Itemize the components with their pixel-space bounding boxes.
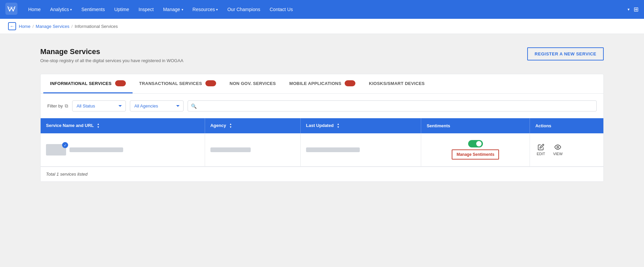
agency-filter[interactable]: All Agencies (130, 100, 184, 112)
search-icon: 🔍 (191, 103, 197, 109)
services-table: Service Name and URL ▲▼ Agency ▲▼ Last U… (41, 118, 603, 167)
tab-informational-label: INFORMATIONAL SERVICES (50, 81, 112, 86)
table-footer: Total 1 services listed (41, 167, 603, 181)
col-header-last-updated: Last Updated ▲▼ (300, 118, 421, 133)
navbar-dropdown-icon[interactable]: ▾ (628, 7, 630, 12)
sort-agency-icon[interactable]: ▲▼ (229, 123, 232, 129)
page-header: Manage Services One-stop registry of all… (40, 47, 604, 63)
nav-home[interactable]: Home (24, 4, 45, 15)
view-button[interactable]: VIEW (552, 142, 564, 157)
svg-point-1 (557, 146, 559, 148)
breadcrumb-sep-1: / (33, 24, 34, 29)
col-header-sentiments: Sentiments (421, 118, 530, 133)
nav-analytics[interactable]: Analytics ▾ (46, 4, 76, 15)
tab-transactional-badge (205, 80, 216, 86)
service-check-icon: ✓ (62, 142, 68, 148)
nav-inspect[interactable]: Inspect (135, 4, 158, 15)
sentiments-cell: Manage Sentiments (421, 133, 530, 167)
sentiment-toggle-slider (468, 140, 483, 147)
search-input[interactable] (188, 100, 597, 112)
tab-kiosks-label: KIOSKS/SMART DEVICES (369, 81, 425, 86)
nav-resources[interactable]: Resources ▾ (189, 4, 222, 15)
filter-label: Filter by ⧉ (47, 103, 68, 109)
logo[interactable] (5, 3, 17, 16)
table-header: Service Name and URL ▲▼ Agency ▲▼ Last U… (41, 118, 603, 133)
breadcrumb-current: Informational Services (75, 24, 118, 29)
tab-transactional-services[interactable]: TRANSACTIONAL SERVICES (133, 74, 223, 93)
back-button[interactable]: ← (8, 22, 16, 30)
filter-icon: ⧉ (65, 103, 68, 109)
filter-bar: Filter by ⧉ All Status All Agencies 🔍 (41, 94, 603, 118)
sort-service-name-icon[interactable]: ▲▼ (97, 123, 100, 129)
breadcrumb-bar: ← Home / Manage Services / Informational… (0, 19, 644, 34)
nav-manage[interactable]: Manage ▾ (159, 4, 187, 15)
search-wrapper: 🔍 (188, 100, 597, 112)
total-services-text: Total 1 services listed (46, 172, 88, 177)
nav-uptime[interactable]: Uptime (110, 4, 133, 15)
analytics-chevron-icon: ▾ (70, 8, 72, 11)
sort-last-updated-icon[interactable]: ▲▼ (337, 123, 340, 129)
status-filter[interactable]: All Status (72, 100, 126, 112)
filter-text: Filter by (47, 103, 63, 108)
tab-informational-services[interactable]: INFORMATIONAL SERVICES (43, 74, 133, 93)
tabs-header: INFORMATIONAL SERVICES TRANSACTIONAL SER… (41, 74, 603, 94)
manage-chevron-icon: ▾ (182, 8, 183, 11)
tab-informational-badge (115, 80, 126, 86)
agency-cell (205, 133, 300, 167)
view-icon (554, 144, 561, 150)
last-updated-cell (300, 133, 421, 167)
service-thumbnail: ✓ (46, 144, 66, 155)
resources-chevron-icon: ▾ (216, 8, 218, 11)
last-updated-redacted (306, 147, 360, 152)
nav-items: Home Analytics ▾ Sentiments Uptime Inspe… (24, 4, 626, 15)
sentiments-content: Manage Sentiments (427, 140, 524, 160)
service-name-redacted (69, 147, 123, 152)
edit-label: EDIT (537, 152, 545, 156)
tab-transactional-label: TRANSACTIONAL SERVICES (139, 81, 202, 86)
tab-non-gov-services[interactable]: NON GOV. SERVICES (223, 74, 283, 93)
actions-cell: EDIT VIEW (530, 133, 603, 167)
breadcrumb-manage-services-link[interactable]: Manage Services (36, 24, 69, 29)
back-arrow-icon: ← (10, 24, 14, 29)
sentiment-toggle[interactable] (468, 140, 483, 147)
register-new-service-button[interactable]: REGISTER A NEW SERVICE (527, 47, 604, 60)
navbar-right: ▾ ⊞ (626, 6, 639, 13)
main-content: Manage Services One-stop registry of all… (0, 34, 644, 195)
tab-mobile-badge (345, 80, 355, 86)
svg-rect-0 (5, 3, 17, 15)
manage-sentiments-button[interactable]: Manage Sentiments (452, 149, 499, 160)
nav-sentiments[interactable]: Sentiments (77, 4, 109, 15)
page-description: One-stop registry of all the digital ser… (40, 58, 183, 63)
col-header-agency: Agency ▲▼ (205, 118, 300, 133)
breadcrumb-sep-2: / (71, 24, 73, 29)
table-row: ✓ (41, 133, 603, 167)
view-label: VIEW (553, 152, 562, 156)
tabs-container: INFORMATIONAL SERVICES TRANSACTIONAL SER… (40, 74, 604, 182)
col-header-actions: Actions (530, 118, 603, 133)
nav-champions[interactable]: Our Champions (223, 4, 264, 15)
tab-kiosks[interactable]: KIOSKS/SMART DEVICES (362, 74, 431, 93)
col-header-service-name: Service Name and URL ▲▼ (41, 118, 205, 133)
page-title: Manage Services (40, 47, 183, 56)
agency-redacted (210, 147, 251, 152)
navbar: Home Analytics ▾ Sentiments Uptime Inspe… (0, 0, 644, 19)
edit-button[interactable]: EDIT (535, 142, 546, 157)
tab-nongov-label: NON GOV. SERVICES (230, 81, 276, 86)
breadcrumb-home-link[interactable]: Home (19, 24, 31, 29)
tab-mobile-applications[interactable]: MOBILE APPLICATIONS (283, 74, 362, 93)
grid-icon[interactable]: ⊞ (634, 6, 639, 13)
breadcrumb: Home / Manage Services / Informational S… (19, 24, 118, 29)
actions-content: EDIT VIEW (535, 142, 598, 157)
nav-contact[interactable]: Contact Us (266, 4, 297, 15)
service-name-cell: ✓ (41, 133, 205, 167)
edit-icon (538, 144, 544, 150)
service-name-content: ✓ (46, 144, 199, 155)
tab-mobile-label: MOBILE APPLICATIONS (289, 81, 341, 86)
page-title-section: Manage Services One-stop registry of all… (40, 47, 183, 63)
table-body: ✓ (41, 133, 603, 167)
